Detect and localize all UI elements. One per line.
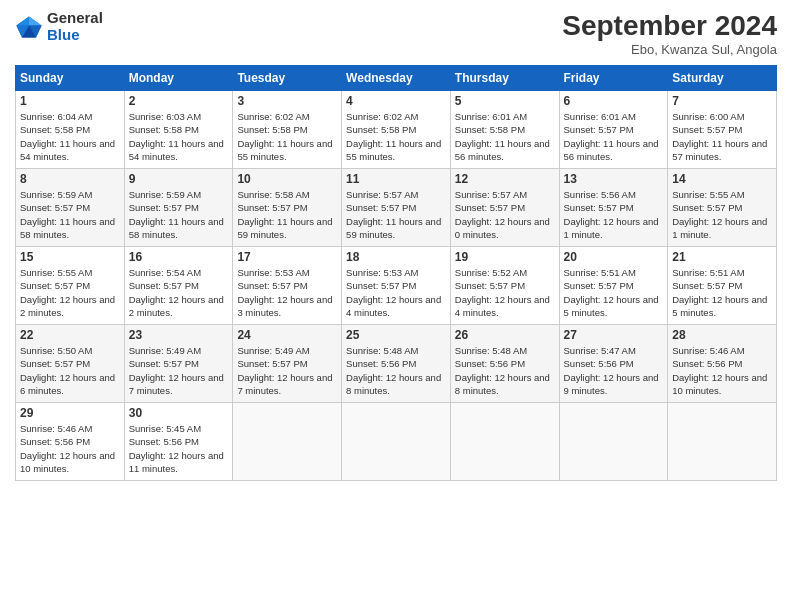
calendar-cell: 21Sunrise: 5:51 AMSunset: 5:57 PMDayligh… — [668, 247, 777, 325]
weekday-sunday: Sunday — [16, 66, 125, 91]
day-number: 24 — [237, 328, 337, 342]
day-info: Sunrise: 5:55 AMSunset: 5:57 PMDaylight:… — [672, 189, 767, 240]
day-number: 10 — [237, 172, 337, 186]
page-container: General Blue September 2024 Ebo, Kwanza … — [0, 0, 792, 491]
day-number: 29 — [20, 406, 120, 420]
day-info: Sunrise: 6:01 AMSunset: 5:57 PMDaylight:… — [564, 111, 659, 162]
header: General Blue September 2024 Ebo, Kwanza … — [15, 10, 777, 57]
day-number: 13 — [564, 172, 664, 186]
weekday-thursday: Thursday — [450, 66, 559, 91]
weekday-wednesday: Wednesday — [342, 66, 451, 91]
day-info: Sunrise: 5:53 AMSunset: 5:57 PMDaylight:… — [346, 267, 441, 318]
day-number: 26 — [455, 328, 555, 342]
calendar-cell — [668, 403, 777, 481]
calendar-cell: 4Sunrise: 6:02 AMSunset: 5:58 PMDaylight… — [342, 91, 451, 169]
calendar-cell: 8Sunrise: 5:59 AMSunset: 5:57 PMDaylight… — [16, 169, 125, 247]
day-info: Sunrise: 5:54 AMSunset: 5:57 PMDaylight:… — [129, 267, 224, 318]
calendar-body: 1Sunrise: 6:04 AMSunset: 5:58 PMDaylight… — [16, 91, 777, 481]
calendar-cell: 23Sunrise: 5:49 AMSunset: 5:57 PMDayligh… — [124, 325, 233, 403]
calendar-cell — [559, 403, 668, 481]
calendar-cell: 6Sunrise: 6:01 AMSunset: 5:57 PMDaylight… — [559, 91, 668, 169]
day-info: Sunrise: 5:51 AMSunset: 5:57 PMDaylight:… — [672, 267, 767, 318]
calendar-week-1: 1Sunrise: 6:04 AMSunset: 5:58 PMDaylight… — [16, 91, 777, 169]
day-number: 7 — [672, 94, 772, 108]
day-number: 20 — [564, 250, 664, 264]
calendar-cell: 25Sunrise: 5:48 AMSunset: 5:56 PMDayligh… — [342, 325, 451, 403]
day-info: Sunrise: 5:57 AMSunset: 5:57 PMDaylight:… — [346, 189, 441, 240]
calendar-cell: 9Sunrise: 5:59 AMSunset: 5:57 PMDaylight… — [124, 169, 233, 247]
calendar-cell: 3Sunrise: 6:02 AMSunset: 5:58 PMDaylight… — [233, 91, 342, 169]
day-number: 3 — [237, 94, 337, 108]
calendar-cell: 24Sunrise: 5:49 AMSunset: 5:57 PMDayligh… — [233, 325, 342, 403]
day-info: Sunrise: 5:49 AMSunset: 5:57 PMDaylight:… — [237, 345, 332, 396]
logo-general: General — [47, 9, 103, 26]
day-info: Sunrise: 6:02 AMSunset: 5:58 PMDaylight:… — [346, 111, 441, 162]
calendar-cell: 13Sunrise: 5:56 AMSunset: 5:57 PMDayligh… — [559, 169, 668, 247]
day-info: Sunrise: 6:04 AMSunset: 5:58 PMDaylight:… — [20, 111, 115, 162]
day-number: 8 — [20, 172, 120, 186]
calendar-cell: 1Sunrise: 6:04 AMSunset: 5:58 PMDaylight… — [16, 91, 125, 169]
calendar-cell: 18Sunrise: 5:53 AMSunset: 5:57 PMDayligh… — [342, 247, 451, 325]
calendar-cell: 7Sunrise: 6:00 AMSunset: 5:57 PMDaylight… — [668, 91, 777, 169]
day-info: Sunrise: 5:51 AMSunset: 5:57 PMDaylight:… — [564, 267, 659, 318]
day-number: 22 — [20, 328, 120, 342]
logo: General Blue — [15, 10, 103, 43]
day-info: Sunrise: 5:59 AMSunset: 5:57 PMDaylight:… — [20, 189, 115, 240]
weekday-saturday: Saturday — [668, 66, 777, 91]
day-info: Sunrise: 5:59 AMSunset: 5:57 PMDaylight:… — [129, 189, 224, 240]
svg-marker-5 — [16, 16, 29, 25]
day-number: 21 — [672, 250, 772, 264]
day-info: Sunrise: 5:52 AMSunset: 5:57 PMDaylight:… — [455, 267, 550, 318]
day-number: 1 — [20, 94, 120, 108]
day-info: Sunrise: 5:50 AMSunset: 5:57 PMDaylight:… — [20, 345, 115, 396]
calendar-cell: 16Sunrise: 5:54 AMSunset: 5:57 PMDayligh… — [124, 247, 233, 325]
day-number: 6 — [564, 94, 664, 108]
day-number: 30 — [129, 406, 229, 420]
day-number: 18 — [346, 250, 446, 264]
calendar-cell: 11Sunrise: 5:57 AMSunset: 5:57 PMDayligh… — [342, 169, 451, 247]
day-info: Sunrise: 6:02 AMSunset: 5:58 PMDaylight:… — [237, 111, 332, 162]
day-number: 14 — [672, 172, 772, 186]
calendar-cell: 22Sunrise: 5:50 AMSunset: 5:57 PMDayligh… — [16, 325, 125, 403]
day-info: Sunrise: 5:45 AMSunset: 5:56 PMDaylight:… — [129, 423, 224, 474]
calendar-week-4: 22Sunrise: 5:50 AMSunset: 5:57 PMDayligh… — [16, 325, 777, 403]
month-title: September 2024 — [562, 10, 777, 42]
calendar-cell: 17Sunrise: 5:53 AMSunset: 5:57 PMDayligh… — [233, 247, 342, 325]
day-info: Sunrise: 5:58 AMSunset: 5:57 PMDaylight:… — [237, 189, 332, 240]
calendar-header: SundayMondayTuesdayWednesdayThursdayFrid… — [16, 66, 777, 91]
calendar-cell: 12Sunrise: 5:57 AMSunset: 5:57 PMDayligh… — [450, 169, 559, 247]
weekday-header-row: SundayMondayTuesdayWednesdayThursdayFrid… — [16, 66, 777, 91]
weekday-tuesday: Tuesday — [233, 66, 342, 91]
day-number: 5 — [455, 94, 555, 108]
day-info: Sunrise: 6:03 AMSunset: 5:58 PMDaylight:… — [129, 111, 224, 162]
day-info: Sunrise: 5:55 AMSunset: 5:57 PMDaylight:… — [20, 267, 115, 318]
calendar-cell — [233, 403, 342, 481]
day-number: 15 — [20, 250, 120, 264]
calendar-cell: 27Sunrise: 5:47 AMSunset: 5:56 PMDayligh… — [559, 325, 668, 403]
day-info: Sunrise: 5:48 AMSunset: 5:56 PMDaylight:… — [346, 345, 441, 396]
day-number: 17 — [237, 250, 337, 264]
calendar-cell: 19Sunrise: 5:52 AMSunset: 5:57 PMDayligh… — [450, 247, 559, 325]
day-info: Sunrise: 6:00 AMSunset: 5:57 PMDaylight:… — [672, 111, 767, 162]
logo-blue: Blue — [47, 26, 80, 43]
day-info: Sunrise: 5:46 AMSunset: 5:56 PMDaylight:… — [672, 345, 767, 396]
day-info: Sunrise: 6:01 AMSunset: 5:58 PMDaylight:… — [455, 111, 550, 162]
day-info: Sunrise: 5:57 AMSunset: 5:57 PMDaylight:… — [455, 189, 550, 240]
calendar-cell: 15Sunrise: 5:55 AMSunset: 5:57 PMDayligh… — [16, 247, 125, 325]
day-number: 25 — [346, 328, 446, 342]
day-info: Sunrise: 5:48 AMSunset: 5:56 PMDaylight:… — [455, 345, 550, 396]
day-number: 27 — [564, 328, 664, 342]
day-number: 11 — [346, 172, 446, 186]
calendar-cell: 29Sunrise: 5:46 AMSunset: 5:56 PMDayligh… — [16, 403, 125, 481]
logo-text: General Blue — [47, 10, 103, 43]
calendar-cell: 10Sunrise: 5:58 AMSunset: 5:57 PMDayligh… — [233, 169, 342, 247]
calendar-cell: 2Sunrise: 6:03 AMSunset: 5:58 PMDaylight… — [124, 91, 233, 169]
calendar-cell: 28Sunrise: 5:46 AMSunset: 5:56 PMDayligh… — [668, 325, 777, 403]
location-subtitle: Ebo, Kwanza Sul, Angola — [562, 42, 777, 57]
day-number: 2 — [129, 94, 229, 108]
calendar-table: SundayMondayTuesdayWednesdayThursdayFrid… — [15, 65, 777, 481]
logo-icon — [15, 13, 43, 41]
title-area: September 2024 Ebo, Kwanza Sul, Angola — [562, 10, 777, 57]
day-number: 23 — [129, 328, 229, 342]
calendar-cell: 14Sunrise: 5:55 AMSunset: 5:57 PMDayligh… — [668, 169, 777, 247]
